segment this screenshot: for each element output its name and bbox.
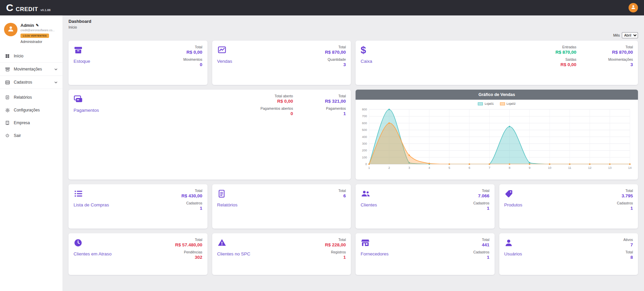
card-clientes[interactable]: Clientes Total7.066 Cadastros1 — [356, 184, 495, 229]
card-title[interactable]: Relatórios — [217, 202, 238, 207]
stat-value: 1 — [325, 111, 346, 116]
stat-value: R$ 0,00 — [555, 62, 576, 67]
stat-label: Total — [175, 238, 202, 242]
stat-label: Movimentos — [183, 57, 202, 61]
legend-label: Loja01 — [485, 102, 494, 105]
sidebar-item-cadastros[interactable]: Cadastros — [0, 76, 62, 89]
stat-label: Cadastros — [473, 250, 490, 254]
stat-value: 6 — [338, 193, 346, 198]
sidebar-nav: Início Movimentações Cadastros — [0, 50, 62, 142]
sidebar-item-sair[interactable]: Sair — [0, 129, 62, 142]
box-icon — [5, 66, 10, 72]
card-title[interactable]: Clientes em Atraso — [74, 251, 111, 256]
card-clientes-no-spc[interactable]: Clientes no SPC TotalR$ 228,00 Registros… — [212, 233, 351, 275]
stat-value: 1 — [473, 206, 490, 211]
sidebar-item-label: Empresa — [14, 120, 30, 125]
breadcrumb: Início — [68, 25, 638, 29]
sidebar-item-label: Cadastros — [14, 80, 32, 85]
svg-text:7: 7 — [489, 166, 490, 169]
stat-label: Cadastros — [617, 201, 633, 205]
card-title[interactable]: Caixa — [361, 59, 372, 64]
card-fornecedores[interactable]: Fornecedores Total441 Cadastros1 — [356, 233, 495, 275]
card-title[interactable]: Usuários — [504, 251, 522, 256]
chart-legend: Loja01 Loja02 — [356, 100, 638, 105]
main-content: Dashboard Início Mês Abril Estoque Total… — [62, 15, 644, 291]
legend-item-loja02[interactable]: Loja02 — [500, 102, 516, 105]
card-lista-de-compras[interactable]: Lista de Compras TotalR$ 430,00 Cadastro… — [68, 184, 208, 229]
stat-label: Total — [617, 189, 633, 193]
card-title[interactable]: Clientes — [361, 202, 377, 207]
card-usuarios[interactable]: Usuários Ativos7 Total8 — [499, 233, 638, 275]
legend-item-loja01[interactable]: Loja01 — [478, 102, 494, 105]
card-title[interactable]: Vendas — [217, 59, 232, 64]
card-pagamentos[interactable]: Pagamentos Total abertoR$ 0,00 Pagamento… — [68, 90, 351, 180]
brand: C CREDIT v0.1.88 — [6, 0, 51, 15]
svg-text:500: 500 — [362, 128, 367, 132]
sidebar-item-label: Sair — [14, 133, 21, 138]
stat-value: R$ 0,00 — [183, 50, 202, 55]
stat-value: 3.795 — [617, 193, 633, 198]
sidebar-user-block: Admin ✎ credit@anronsoftware.co... LOJA … — [0, 19, 62, 48]
stat-label: Total — [183, 45, 202, 49]
stat-value: 7 — [623, 242, 633, 247]
svg-text:200: 200 — [362, 149, 367, 152]
stat-label: Total aberto — [261, 94, 293, 98]
svg-text:8: 8 — [509, 166, 510, 169]
file-icon — [5, 95, 10, 100]
card-title[interactable]: Fornecedores — [361, 251, 388, 256]
month-label: Mês — [613, 33, 620, 37]
sidebar: Admin ✎ credit@anronsoftware.co... LOJA … — [0, 15, 62, 291]
card-caixa[interactable]: $ Caixa EntradasR$ 870,00 SaídasR$ 0,00 … — [356, 41, 638, 85]
stat-value: 8 — [623, 255, 633, 260]
sales-area-chart: 0100200300400500600700800123456789101112… — [356, 105, 638, 174]
card-estoque[interactable]: Estoque TotalR$ 0,00 Movimentos0 — [68, 41, 208, 85]
card-vendas[interactable]: Vendas TotalR$ 870,00 Quantidade3 — [212, 41, 351, 85]
list-icon — [5, 80, 10, 85]
card-title[interactable]: Pagamentos — [74, 108, 99, 113]
card-produtos[interactable]: Produtos Total3.795 Cadastros1 — [499, 184, 638, 229]
edit-profile-icon[interactable]: ✎ — [36, 23, 39, 28]
user-avatar[interactable] — [629, 3, 638, 12]
svg-text:300: 300 — [362, 142, 367, 145]
page-head: Dashboard Início — [68, 19, 638, 29]
stat-label: Pagamentos abertos — [261, 106, 293, 110]
stat-value: R$ 321,00 — [325, 99, 346, 104]
stat-label: Total — [473, 238, 490, 242]
card-title[interactable]: Lista de Compras — [74, 202, 109, 207]
card-relatorios[interactable]: Relatórios Total6 — [212, 184, 351, 229]
stat-label: Quantidade — [325, 57, 346, 61]
stat-value: 302 — [175, 255, 202, 260]
stat-value: R$ 228,00 — [325, 242, 346, 247]
clock-icon — [74, 238, 83, 248]
month-select[interactable]: Abril — [622, 32, 638, 38]
sidebar-item-configuracoes[interactable]: Configurações — [0, 104, 62, 116]
sidebar-user-info: Admin ✎ credit@anronsoftware.co... LOJA … — [20, 23, 55, 44]
stat-label: Total — [325, 94, 346, 98]
stat-value: R$ 870,00 — [608, 50, 633, 55]
cards-grid: Estoque TotalR$ 0,00 Movimentos0 Vendas … — [68, 41, 638, 275]
stat-label: Total — [181, 189, 202, 193]
svg-text:5: 5 — [449, 166, 450, 169]
card-title[interactable]: Estoque — [74, 59, 90, 64]
stat-value: 441 — [473, 242, 490, 247]
sidebar-item-inicio[interactable]: Início — [0, 50, 62, 62]
archive-box-icon — [74, 45, 83, 55]
svg-text:13: 13 — [608, 166, 611, 169]
card-title[interactable]: Clientes no SPC — [217, 251, 250, 256]
card-grafico-vendas: Gráfico de Vendas Loja01 Loja02 01002003… — [356, 90, 638, 180]
stat-value: 0 — [261, 111, 293, 116]
card-clientes-em-atraso[interactable]: Clientes em Atraso TotalR$ 57.480,00 Pen… — [68, 233, 208, 275]
sidebar-item-label: Movimentações — [14, 67, 42, 71]
stat-label: Movimentações — [608, 57, 633, 61]
sidebar-item-movimentacoes[interactable]: Movimentações — [0, 62, 62, 76]
stat-label: Cadastros — [473, 201, 490, 205]
stat-value: 0 — [183, 62, 202, 67]
card-title[interactable]: Produtos — [504, 202, 522, 207]
stat-label: Total — [608, 45, 633, 49]
store-badge: LOJA VERTENTES — [20, 34, 49, 38]
svg-text:10: 10 — [548, 166, 551, 169]
stat-value: R$ 0,00 — [261, 99, 293, 104]
sidebar-item-empresa[interactable]: Empresa — [0, 116, 62, 129]
sidebar-item-relatorios[interactable]: Relatórios — [0, 91, 62, 104]
stat-value: R$ 870,00 — [555, 50, 576, 55]
